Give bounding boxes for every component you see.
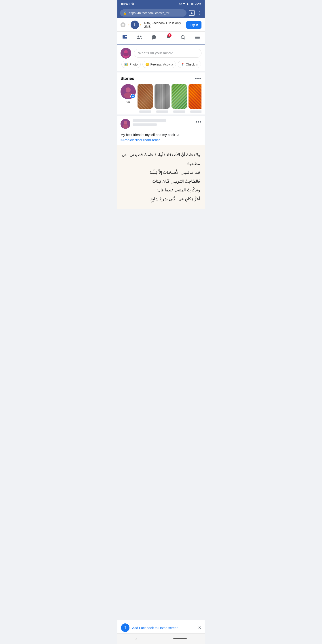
post-meta xyxy=(132,119,194,126)
svg-point-16 xyxy=(126,88,130,92)
nav-bar: 1 xyxy=(118,32,204,45)
feeling-activity-button[interactable]: 😀 Feeling / Activity xyxy=(142,61,176,68)
arabic-line-4: وتَذَكَّرتُ المتنبي عندما قال: xyxy=(122,186,200,195)
story-thumb-4 xyxy=(188,84,202,109)
story-thumb-2 xyxy=(154,84,170,109)
stories-row: + Add xyxy=(120,84,202,113)
svg-rect-0 xyxy=(122,35,125,37)
nav-menu[interactable] xyxy=(190,32,204,44)
arabic-line-1: ولاحظتُ أنَّ الأصدقاء قلّوا، فنظمتُ قصيد… xyxy=(122,150,200,168)
svg-point-5 xyxy=(140,36,141,37)
post-text: My best friends: myself and my book ☺ #A… xyxy=(118,132,204,145)
svg-rect-14 xyxy=(124,53,128,56)
lite-banner: × ✦ f ✦ Rita, Facebook Lite is only 2MB.… xyxy=(118,18,204,32)
nav-notifications[interactable]: 1 xyxy=(161,32,176,44)
nav-search[interactable] xyxy=(176,32,190,44)
do-not-disturb-icon: ⊖ xyxy=(179,2,182,6)
arabic-line-5: أَعِزُّ مَكَانٍ فِي الدُّنَى سَرجُ سَابِ… xyxy=(122,195,200,204)
try-it-button[interactable]: Try It xyxy=(186,21,202,28)
nav-news-feed[interactable] xyxy=(118,32,132,45)
story-thumb-3 xyxy=(172,84,187,109)
battery-percent: 29% xyxy=(195,2,201,6)
post-card: ••• My best friends: myself and my book … xyxy=(118,116,204,209)
lite-banner-text: Rita, Facebook Lite is only 2MB. xyxy=(144,21,184,28)
stories-section: Stories ••• + Add xyxy=(118,72,204,114)
friends-icon xyxy=(136,35,142,41)
story-item-2[interactable] xyxy=(154,84,170,113)
svg-point-19 xyxy=(124,121,127,124)
svg-line-7 xyxy=(184,38,185,40)
svg-point-4 xyxy=(138,36,139,37)
post-creation-box: What's on your mind? 🖼️ Photo 😀 Feeling … xyxy=(118,45,204,71)
photo-button[interactable]: 🖼️ Photo xyxy=(122,61,141,68)
messenger-icon xyxy=(151,35,156,41)
svg-rect-9 xyxy=(195,37,200,38)
wifi-icon: ▾ xyxy=(183,2,185,6)
post-author-avatar xyxy=(120,119,130,129)
post-image: ولاحظتُ أنَّ الأصدقاء قلّوا، فنظمتُ قصيد… xyxy=(118,145,204,209)
signal-icon: ▲ xyxy=(186,2,189,6)
svg-rect-8 xyxy=(195,36,200,36)
svg-rect-2 xyxy=(122,37,127,38)
post-main-text: My best friends: myself and my book ☺ xyxy=(120,133,179,137)
current-user-avatar xyxy=(120,48,131,58)
tab-count[interactable]: 4 xyxy=(189,10,194,16)
post-options-icon[interactable]: ••• xyxy=(196,119,202,125)
svg-point-6 xyxy=(181,36,184,39)
post-hashtag[interactable]: #ArabicIsNicerThanFrench xyxy=(120,138,160,142)
news-feed-icon xyxy=(122,35,128,41)
add-story-label: Add xyxy=(126,100,130,103)
checkin-icon: 📍 xyxy=(181,62,184,66)
post-timestamp xyxy=(132,124,157,126)
svg-rect-1 xyxy=(125,35,127,36)
add-story-item[interactable]: + Add xyxy=(120,84,136,113)
feeling-label: Feeling / Activity xyxy=(150,62,173,66)
url-bar[interactable]: 🔒 https://m.facebook.com/?_rdr xyxy=(120,10,186,16)
add-story-badge: + xyxy=(130,94,135,99)
browser-bar: 🔒 https://m.facebook.com/?_rdr 4 ⋮ xyxy=(118,8,204,18)
feeling-icon: 😀 xyxy=(145,62,149,66)
notification-badge: 1 xyxy=(168,33,172,37)
post-action-buttons: 🖼️ Photo 😀 Feeling / Activity 📍 Check In… xyxy=(120,61,202,68)
svg-rect-10 xyxy=(195,38,200,39)
arabic-text-content: ولاحظتُ أنَّ الأصدقاء قلّوا، فنظمتُ قصيد… xyxy=(118,145,204,209)
whats-on-mind-input[interactable]: What's on your mind? xyxy=(134,49,202,58)
banner-close-button[interactable]: × xyxy=(120,22,126,27)
story-item-1[interactable] xyxy=(138,84,153,113)
battery-icon: ▭ xyxy=(190,2,194,6)
checkin-label: Check In xyxy=(186,62,198,66)
menu-icon xyxy=(195,35,200,41)
star-left-icon: ✦ xyxy=(128,23,130,26)
star-right-icon: ✦ xyxy=(140,23,142,26)
story-item-4[interactable] xyxy=(188,84,202,113)
stories-more-icon[interactable]: ••• xyxy=(195,76,202,82)
nav-friends[interactable] xyxy=(132,32,146,44)
photo-label: Photo xyxy=(130,62,138,66)
post-author-name xyxy=(132,119,166,122)
nav-messenger[interactable] xyxy=(146,32,161,44)
svg-point-20 xyxy=(122,124,128,128)
svg-rect-3 xyxy=(122,38,127,39)
story-thumb-1 xyxy=(138,84,153,109)
status-time: 00:40 xyxy=(121,2,130,6)
check-in-button[interactable]: 📍 Check In xyxy=(178,61,201,68)
whatsapp-icon: ⊕ xyxy=(131,2,134,6)
lock-icon: 🔒 xyxy=(123,11,127,15)
story-item-3[interactable] xyxy=(172,84,187,113)
fb-logo: f xyxy=(130,20,139,29)
search-icon xyxy=(180,35,186,41)
browser-menu-icon[interactable]: ⋮ xyxy=(197,10,202,16)
photo-icon: 🖼️ xyxy=(124,62,128,66)
arabic-line-2: قَـد عَـافَـنِـي الأَصـحَـابُ إلاَّ قِـل… xyxy=(122,168,200,177)
url-text: https://m.facebook.com/?_rdr xyxy=(129,11,169,15)
fb-lite-icon: ✦ f ✦ xyxy=(128,20,142,29)
arabic-line-3: فَالصَّاحِبُ الیَـومِـي كَـانَ كِـتَابُ xyxy=(122,177,200,186)
stories-title: Stories xyxy=(120,76,134,81)
status-bar: 00:40 ⊕ ⊖ ▾ ▲ ▭ 29% xyxy=(118,0,204,8)
